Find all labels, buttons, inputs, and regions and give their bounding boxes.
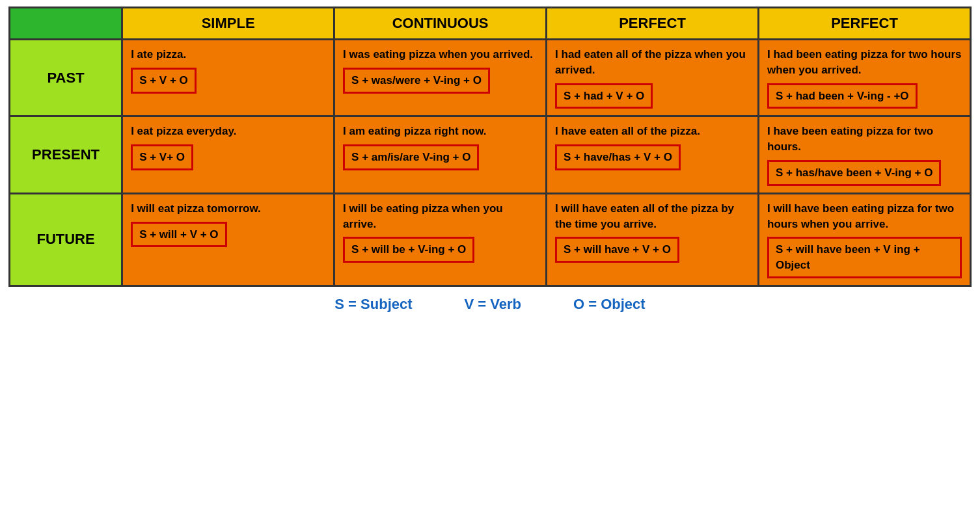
past-continuous-cell: I was eating pizza when you arrived. S +… (334, 40, 547, 116)
footer-object: O = Object (573, 296, 646, 313)
present-row: PRESENT I eat pizza everyday. S + V+ O I… (10, 116, 971, 193)
past-simple-text: I ate pizza. (131, 47, 325, 62)
corner-cell (10, 8, 122, 40)
future-continuous-formula: S + will be + V-ing + O (343, 237, 474, 263)
present-continuous-text: I am eating pizza right now. (343, 124, 538, 139)
past-perfect-cont-text: I had been eating pizza for two hours wh… (767, 47, 962, 78)
past-perfect-cont-formula: S + had been + V-ing - +O (767, 83, 918, 109)
present-label: PRESENT (10, 116, 122, 193)
future-label: FUTURE (10, 193, 122, 286)
footer-subject: S = Subject (334, 296, 412, 313)
future-perfect-cont-formula: S + will have been + V ing + Object (767, 237, 962, 278)
past-perfect-cont-cell: I had been eating pizza for two hours wh… (759, 40, 971, 116)
future-perfect-cont-text: I will have been eating pizza for two ho… (767, 201, 962, 232)
present-continuous-formula: S + am/is/are V-ing + O (343, 144, 479, 170)
past-continuous-formula: S + was/were + V-ing + O (343, 68, 490, 94)
past-continuous-text: I was eating pizza when you arrived. (343, 47, 538, 62)
present-simple-cell: I eat pizza everyday. S + V+ O (122, 116, 334, 193)
footer-verb: V = Verb (465, 296, 521, 313)
past-label: PAST (10, 40, 122, 116)
past-simple-cell: I ate pizza. S + V + O (122, 40, 334, 116)
future-simple-formula: S + will + V + O (131, 222, 226, 248)
past-row: PAST I ate pizza. S + V + O I was eating… (10, 40, 971, 116)
present-simple-text: I eat pizza everyday. (131, 124, 325, 139)
future-row: FUTURE I will eat pizza tomorrow. S + wi… (10, 193, 971, 286)
header-row: SIMPLE CONTINUOUS PERFECT PERFECT (10, 8, 971, 40)
present-perfect-cell: I have eaten all of the pizza. S + have/… (547, 116, 759, 193)
col2-header: CONTINUOUS (334, 8, 547, 40)
past-simple-formula: S + V + O (131, 68, 197, 94)
col4-header: PERFECT (759, 8, 971, 40)
past-perfect-cell: I had eaten all of the pizza when you ar… (547, 40, 759, 116)
future-perfect-cell: I will have eaten all of the pizza by th… (547, 193, 759, 286)
present-simple-formula: S + V+ O (131, 144, 193, 170)
future-simple-text: I will eat pizza tomorrow. (131, 201, 325, 217)
past-perfect-text: I had eaten all of the pizza when you ar… (555, 47, 750, 78)
grammar-table: SIMPLE CONTINUOUS PERFECT PERFECT PAST I… (8, 7, 972, 287)
footer: S = Subject V = Verb O = Object (8, 296, 972, 313)
present-perfect-text: I have eaten all of the pizza. (555, 124, 750, 139)
present-continuous-cell: I am eating pizza right now. S + am/is/a… (334, 116, 547, 193)
future-perfect-text: I will have eaten all of the pizza by th… (555, 201, 750, 232)
present-perfect-cont-formula: S + has/have been + V-ing + O (767, 160, 941, 186)
future-perfect-formula: S + will have + V + O (555, 237, 679, 263)
col3-header: PERFECT (547, 8, 759, 40)
future-continuous-cell: I will be eating pizza when you arrive. … (334, 193, 547, 286)
future-continuous-text: I will be eating pizza when you arrive. (343, 201, 538, 232)
future-perfect-cont-cell: I will have been eating pizza for two ho… (759, 193, 971, 286)
past-perfect-formula: S + had + V + O (555, 83, 653, 109)
present-perfect-cont-text: I have been eating pizza for two hours. (767, 124, 962, 155)
future-simple-cell: I will eat pizza tomorrow. S + will + V … (122, 193, 334, 286)
present-perfect-formula: S + have/has + V + O (555, 144, 681, 170)
present-perfect-cont-cell: I have been eating pizza for two hours. … (759, 116, 971, 193)
col1-header: SIMPLE (122, 8, 334, 40)
